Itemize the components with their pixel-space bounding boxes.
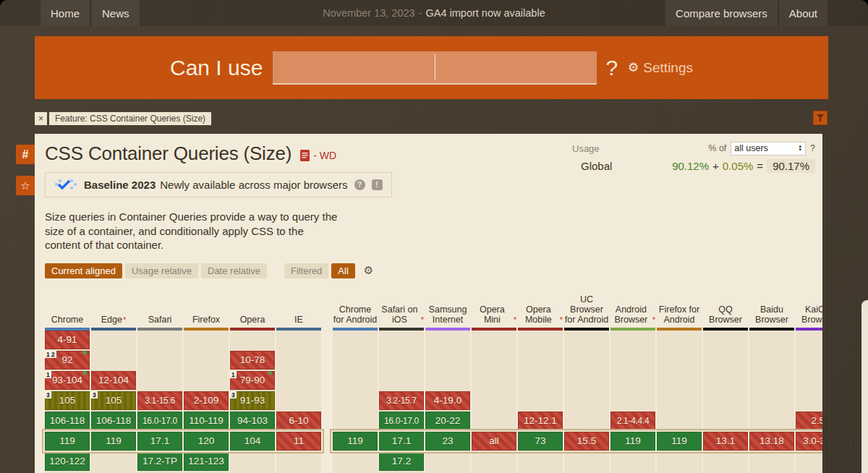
footnote-badge: 1 2	[45, 351, 56, 358]
support-cell[interactable]: 79-901⚑	[230, 371, 275, 390]
permalink-button[interactable]: #	[16, 145, 35, 164]
usage-help-link[interactable]: ?	[810, 143, 815, 153]
support-cell[interactable]: 20-22	[425, 412, 470, 430]
filter-toggle-button[interactable]	[813, 111, 827, 125]
footnote-badge: 3	[230, 391, 237, 399]
support-cell[interactable]: 73	[518, 432, 563, 451]
nav-about-button[interactable]: About	[779, 0, 827, 26]
current-aligned-button[interactable]: Current aligned	[45, 263, 122, 278]
close-icon[interactable]: ×	[35, 112, 47, 125]
support-cell[interactable]: 93-1041⚑	[45, 371, 90, 390]
filtered-button[interactable]: Filtered	[284, 263, 328, 278]
support-cell[interactable]: 120	[184, 432, 229, 451]
browser-column: Firefox for Android119	[657, 286, 702, 473]
support-cell[interactable]: 119	[657, 432, 702, 451]
support-cell[interactable]: 10-78	[230, 351, 275, 370]
support-cell[interactable]: 119	[91, 432, 136, 451]
support-cell[interactable]: 119	[610, 432, 655, 451]
support-cell[interactable]: 16.0-17.0	[137, 412, 182, 430]
support-cell[interactable]: 6-10	[276, 412, 321, 430]
settings-button[interactable]: ⚙ Settings	[628, 60, 693, 76]
support-cell[interactable]: 17.2	[379, 452, 424, 471]
nav-compare-browsers-button[interactable]: Compare browsers	[665, 0, 778, 26]
announcement-date: November 13, 2023	[323, 7, 414, 19]
browser-name: Chrome	[45, 286, 90, 328]
support-cell[interactable]: 119	[45, 432, 90, 451]
nav-home-button[interactable]: Home	[41, 0, 90, 26]
version-cells: 3.1-15.616.0-17.017.117.2-TP	[137, 331, 182, 473]
support-cell[interactable]: 12-104	[91, 371, 136, 390]
support-cell[interactable]: 23	[425, 432, 470, 451]
support-cell[interactable]: 1053	[91, 391, 136, 410]
support-cell[interactable]: 1053	[45, 391, 90, 410]
browser-window: Home News November 13, 2023 - GA4 import…	[0, 0, 868, 473]
browser-column: Opera10-7879-901⚑91-93394-103104	[230, 286, 275, 473]
baseline-badge: Baseline 2023	[84, 179, 156, 191]
filter-tag-label: Feature: CSS Container Queries (Size)	[49, 112, 211, 125]
support-cell[interactable]: 2.5	[796, 412, 822, 430]
usage-plus: +	[712, 160, 719, 172]
support-cell[interactable]: 13.1	[703, 432, 748, 451]
flag-icon: ⚑	[267, 370, 273, 378]
support-cell[interactable]: 121-123	[184, 452, 229, 471]
support-cell[interactable]: 15.5	[564, 432, 609, 451]
version-cells: 12-12.173	[518, 331, 563, 473]
date-relative-button[interactable]: Date relative	[201, 263, 267, 278]
baseline-banner: Baseline 2023Newly available across majo…	[45, 172, 392, 197]
version-cells: 2.1-4.4.4119	[610, 331, 655, 473]
footnote-badge: 1	[230, 371, 237, 378]
support-cell[interactable]: 17.1	[379, 432, 424, 451]
browser-column: Safari on iOS*3.2-15.716.0-17.017.117.2	[379, 286, 424, 473]
support-cell[interactable]: 106-118	[45, 412, 90, 430]
support-cell[interactable]: 120-122	[45, 452, 90, 471]
browser-column: IE6-1011	[276, 286, 321, 473]
baseline-icon	[54, 178, 77, 192]
browser-column: Android Browser*2.1-4.4.4119	[610, 286, 655, 473]
usage-scope-value: all users	[734, 143, 768, 153]
table-settings-gear-icon[interactable]: ⚙	[364, 264, 373, 277]
support-cell[interactable]: 94-103	[230, 412, 275, 430]
support-cell[interactable]: 17.1	[137, 432, 182, 451]
browser-column: Chrome4-91921 2⚑93-1041⚑1053106-11811912…	[45, 286, 90, 473]
support-cell[interactable]: 3.1-15.6	[137, 391, 182, 410]
support-cell[interactable]: 110-119	[184, 412, 229, 430]
support-cell[interactable]: 3.0-3.1	[796, 432, 822, 451]
support-cell[interactable]: 2.1-4.4.4	[610, 412, 655, 430]
support-cell[interactable]: 91-933	[230, 391, 275, 410]
browser-name: Edge*	[91, 286, 136, 328]
support-cell[interactable]: 4-19.0	[425, 391, 470, 410]
site-logo: Can I use	[170, 56, 263, 80]
browser-group: Chrome4-91921 2⚑93-1041⚑1053106-11811912…	[45, 286, 321, 473]
support-cell[interactable]: 3.2-15.7	[379, 391, 424, 410]
support-cell[interactable]: 13.18	[749, 432, 794, 451]
usage-relative-button[interactable]: Usage relative	[125, 263, 198, 278]
support-cell[interactable]: 11	[276, 432, 321, 451]
all-button[interactable]: All	[331, 263, 354, 278]
asterisk-note-icon: *	[123, 315, 126, 325]
support-cell[interactable]: 921 2⚑	[45, 351, 90, 370]
baseline-help-icon[interactable]: ?	[354, 179, 365, 190]
usage-block: Usage % of all users ▲▼ ? Global 90.12%	[572, 141, 815, 173]
nav-news-button[interactable]: News	[92, 0, 140, 26]
announcement-link[interactable]: GA4 import now available	[425, 7, 545, 19]
spec-link[interactable]: - WD	[300, 150, 336, 161]
support-cell[interactable]: all	[472, 432, 516, 451]
document-icon	[300, 150, 310, 161]
support-cell[interactable]: 12-12.1	[518, 412, 563, 430]
support-cell[interactable]: 4-91	[45, 331, 90, 349]
support-cell[interactable]: 104	[230, 432, 275, 451]
support-cell[interactable]: 106-118	[91, 412, 136, 430]
browser-column: KaiOS Browser2.53.0-3.1	[796, 286, 822, 473]
usage-scope-select[interactable]: all users ▲▼	[731, 142, 806, 155]
usage-partial-value: 0.05%	[723, 160, 754, 172]
version-cells: 15.5	[564, 331, 609, 473]
support-cell[interactable]: 119	[333, 432, 378, 451]
browser-column: QQ Browser13.1	[703, 286, 748, 473]
favorite-star-button[interactable]: ☆	[16, 176, 35, 195]
support-cell[interactable]: 17.2-TP	[137, 452, 182, 471]
browser-column: Samsung Internet4-19.020-2223	[425, 286, 470, 473]
baseline-feedback-icon[interactable]: !	[372, 179, 383, 190]
support-cell[interactable]: 16.0-17.0	[379, 412, 424, 430]
support-cell[interactable]: 2-109	[184, 391, 229, 410]
search-cursor	[435, 54, 435, 80]
